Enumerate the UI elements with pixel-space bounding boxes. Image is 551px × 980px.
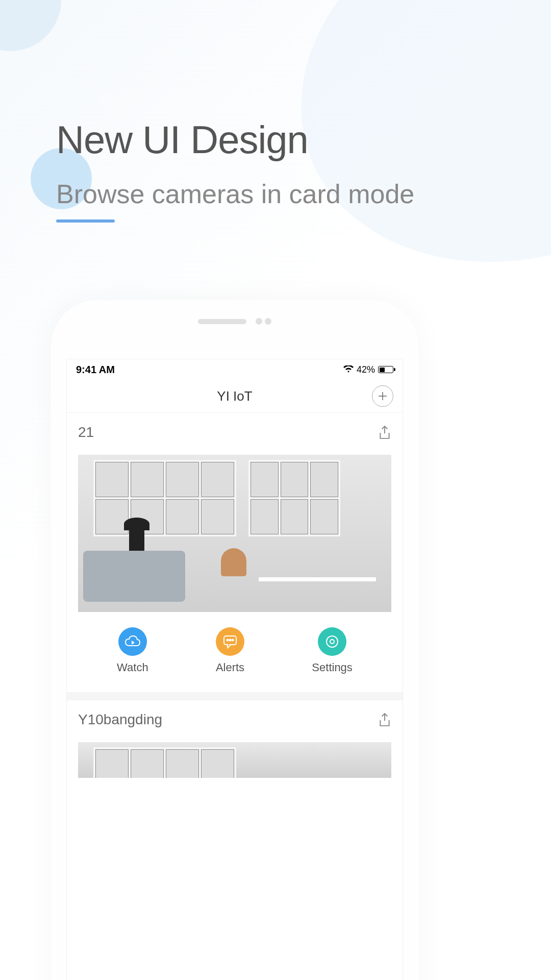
lamp-prop (129, 530, 144, 551)
hero-underline (56, 219, 115, 223)
alerts-button[interactable]: Alerts (216, 627, 244, 674)
phone-screen: 9:41 AM 42% YI IoT (66, 359, 403, 980)
phone-speaker (198, 318, 271, 325)
settings-button[interactable]: Settings (312, 627, 353, 674)
camera-dots (256, 318, 271, 325)
wifi-icon (343, 365, 354, 374)
phone-mockup: 9:41 AM 42% YI IoT (51, 300, 418, 980)
window-right (248, 460, 340, 536)
camera-dot (256, 318, 262, 325)
chair-prop (221, 548, 246, 576)
card-header: 21 (78, 424, 391, 440)
cloud-play-icon (118, 627, 147, 656)
chat-icon (216, 627, 244, 656)
camera-card: Y10bangding (67, 700, 403, 778)
battery-fill (380, 368, 385, 372)
watch-label: Watch (117, 661, 148, 674)
camera-dot (265, 318, 271, 325)
hero-title: New UI Design (56, 117, 495, 162)
share-icon[interactable] (378, 713, 391, 727)
svg-point-4 (227, 640, 229, 641)
svg-marker-2 (132, 641, 135, 645)
status-time: 9:41 AM (76, 364, 115, 376)
hero-subtitle: Browse cameras in card mode (56, 177, 495, 212)
room-scene (78, 455, 391, 612)
settings-label: Settings (312, 661, 353, 674)
share-icon[interactable] (378, 425, 391, 439)
app-header: YI IoT (67, 380, 403, 413)
hero-section: New UI Design Browse cameras in card mod… (0, 0, 551, 223)
camera-card: 21 (67, 413, 403, 700)
add-camera-button[interactable] (372, 385, 393, 407)
camera-name: Y10bangding (78, 712, 162, 728)
battery-icon (378, 366, 393, 373)
app-title: YI IoT (217, 388, 252, 404)
svg-point-6 (232, 640, 234, 641)
gear-icon (318, 627, 346, 656)
room-scene (78, 742, 391, 778)
card-actions: Watch Alerts (78, 612, 391, 692)
status-right: 42% (343, 364, 393, 375)
status-bar: 9:41 AM 42% (67, 359, 403, 380)
svg-point-8 (330, 640, 334, 644)
camera-preview[interactable] (78, 742, 391, 778)
sofa-prop (83, 551, 185, 602)
plus-icon (378, 391, 388, 401)
window-left (93, 460, 236, 536)
card-header: Y10bangding (78, 712, 391, 728)
battery-percentage: 42% (357, 364, 375, 375)
camera-name: 21 (78, 424, 94, 440)
svg-point-7 (327, 636, 338, 647)
card-divider (67, 692, 403, 700)
watch-button[interactable]: Watch (117, 627, 148, 674)
svg-point-5 (230, 640, 231, 641)
camera-preview[interactable] (78, 455, 391, 612)
table-prop (259, 577, 376, 581)
alerts-label: Alerts (216, 661, 244, 674)
window-left (93, 747, 236, 778)
speaker-bar (198, 319, 246, 324)
